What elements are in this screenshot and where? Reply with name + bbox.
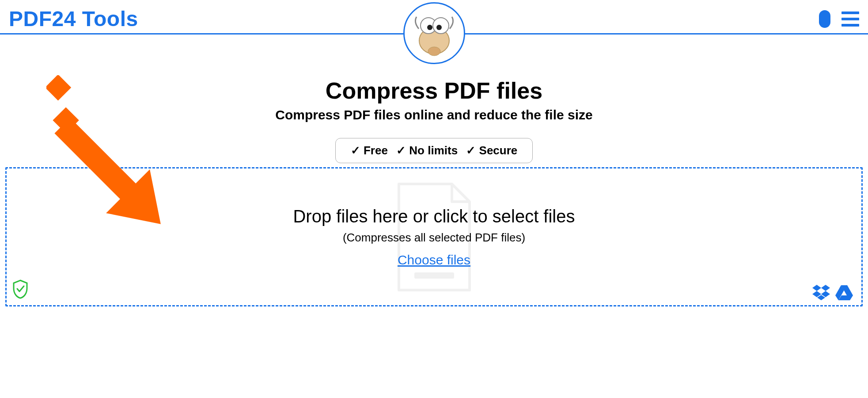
page-subtitle: Compress PDF files online and reduce the… (0, 107, 868, 122)
header-actions (819, 10, 859, 28)
svg-point-1 (428, 47, 440, 56)
svg-point-5 (436, 25, 442, 30)
mascot-logo (403, 2, 465, 64)
desktop-app-icon[interactable] (819, 10, 830, 28)
google-drive-icon[interactable] (835, 284, 853, 301)
feature-badges: ✓ Free ✓ No limits ✓ Secure (335, 138, 533, 163)
dropzone-title: Drop files here or click to select files (293, 207, 575, 226)
svg-point-4 (427, 25, 432, 30)
badge-secure: ✓ Secure (466, 144, 517, 157)
badge-nolimits: ✓ No limits (396, 144, 458, 157)
cloud-import-buttons (812, 284, 853, 301)
dropbox-icon[interactable] (812, 284, 830, 301)
choose-files-link[interactable]: Choose files (398, 253, 470, 268)
security-shield-icon[interactable] (12, 279, 29, 301)
logo[interactable]: PDF24 Tools (9, 7, 138, 31)
svg-rect-6 (414, 272, 454, 279)
badge-free: ✓ Free (351, 144, 388, 157)
menu-icon[interactable] (841, 11, 859, 27)
file-dropzone[interactable]: Drop files here or click to select files… (5, 167, 863, 306)
dropzone-subtitle: (Compresses all selected PDF files) (343, 231, 525, 245)
sheep-mascot-icon (410, 9, 459, 57)
page-title: Compress PDF files (0, 77, 868, 104)
